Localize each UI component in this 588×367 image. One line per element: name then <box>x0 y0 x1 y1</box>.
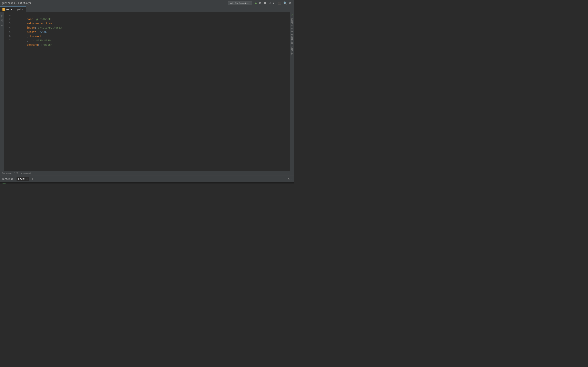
reload-button[interactable]: ⟳ <box>258 1 262 5</box>
code-line-7: command: ["bash"] <box>14 38 290 43</box>
right-panel: ✓ Remote Host Database SciView <box>290 12 294 171</box>
toolbar-icons: ▶ ⟳ ⏸ ↺ ▾ ⬛ 🔍 ⚙ <box>254 1 292 5</box>
terminal-settings-icon[interactable]: ⚙ <box>288 177 289 181</box>
tab-label: okteto.yml <box>6 8 21 11</box>
yaml-value-remote: 22000 <box>39 30 47 33</box>
yaml-key-autocreate: autocreate <box>27 22 43 25</box>
fold-icon-5[interactable]: ⌄ <box>27 35 30 38</box>
sciview-tab[interactable]: SciView <box>291 45 294 56</box>
code-line-6: ⌄ - 8080:8080 <box>14 34 290 38</box>
stop-square-button[interactable]: ⬛ <box>277 1 282 5</box>
fold-icon-6[interactable]: ⌄ <box>27 39 30 42</box>
yaml-value-image: okteto/python:3 <box>38 26 62 29</box>
terminal-settings: ⚙ − <box>288 177 292 181</box>
terminal-content: ✓ Persistent volume successfully attache… <box>0 182 294 184</box>
yaml-key-forward: forward <box>30 35 41 38</box>
tab-okteto-yml[interactable]: Y okteto.yml ✕ <box>0 6 26 12</box>
database-tab[interactable]: Database <box>291 33 294 45</box>
breadcrumb: guestbook › okteto.yml <box>2 2 33 4</box>
line-numbers: 1 2 3 4 5 6 7 <box>4 12 12 43</box>
run-button[interactable]: ▶ <box>254 1 258 5</box>
breadcrumb-bar: Document 1/1 › command: <box>0 171 294 176</box>
breadcrumb-file[interactable]: okteto.yml <box>18 2 33 4</box>
yaml-key-remote: remote <box>27 30 36 33</box>
left-sidebar: Project ⊟ <box>0 12 4 171</box>
search-button[interactable]: 🔍 <box>283 1 288 5</box>
dropdown-button[interactable]: ▾ <box>272 1 275 5</box>
remote-host-tab[interactable]: Remote Host <box>291 17 294 33</box>
title-bar-actions: Add Configuration... ▶ ⟳ ⏸ ↺ ▾ ⬛ 🔍 ⚙ <box>228 1 292 5</box>
yaml-bracket-close: ] <box>52 43 54 46</box>
terminal-add-tab-button[interactable]: + <box>31 177 34 181</box>
divider <box>276 1 276 5</box>
code-content: name: guestbook autocreate: true image: … <box>14 12 290 43</box>
add-configuration-button[interactable]: Add Configuration... <box>228 1 252 5</box>
breadcrumb-project[interactable]: guestbook <box>2 2 15 4</box>
code-line-5: ⌄ forward: <box>14 30 290 34</box>
terminal-minimize-icon[interactable]: − <box>291 177 292 181</box>
settings-button[interactable]: ⚙ <box>288 1 292 5</box>
terminal-label: Terminal: <box>2 178 15 180</box>
yaml-key-image: image <box>27 26 35 29</box>
editor-area: 1 2 3 4 5 6 7 name: guestbook autocreate… <box>4 12 290 171</box>
yaml-value-name: guestbook <box>36 17 51 21</box>
breadcrumb-separator: › <box>16 2 17 4</box>
yaml-key-name: name <box>27 17 33 21</box>
yaml-value-forward: 8080:8080 <box>36 39 51 42</box>
terminal-tabs: Terminal: Local ✕ + ⚙ − <box>0 176 294 182</box>
terminal-line-persistent: ✓ Persistent volume successfully attache… <box>2 183 292 184</box>
yaml-value-autocreate: true <box>46 22 52 25</box>
code-line-2: autocreate: true <box>14 17 290 21</box>
title-bar: guestbook › okteto.yml Add Configuration… <box>0 0 294 6</box>
sidebar-item-project[interactable]: Project <box>1 13 3 23</box>
yaml-value-command: "bash" <box>43 43 52 46</box>
yaml-dash-6: - <box>33 39 35 42</box>
success-badge-1: ✓ <box>2 183 6 184</box>
code-line-3: image: okteto/python:3 <box>14 21 290 25</box>
pause-button[interactable]: ⏸ <box>263 1 267 5</box>
breadcrumb-arrow: › <box>19 172 20 175</box>
yaml-key-command: command <box>27 43 38 46</box>
tab-file-icon: Y <box>2 8 5 11</box>
stop-button[interactable]: ↺ <box>268 1 272 5</box>
bottom-section: Terminal: Local ✕ + ⚙ − ✓ Persistent vol… <box>0 176 294 184</box>
main-layout: Project ⊟ 1 2 3 4 5 6 7 name: guestbook … <box>0 12 294 171</box>
tab-close-button[interactable]: ✕ <box>22 8 24 11</box>
breadcrumb-item: command: <box>21 172 32 175</box>
terminal-tab-local[interactable]: Local ✕ <box>17 177 29 181</box>
breadcrumb-doc: Document 1/1 <box>2 172 18 175</box>
terminal-tab-close-button[interactable]: ✕ <box>26 178 27 180</box>
terminal-tab-local-label: Local <box>18 178 26 180</box>
sync-check-icon: ✓ <box>290 12 294 17</box>
sidebar-icon-layers[interactable]: ⊟ <box>0 24 4 27</box>
editor-tabs: Y okteto.yml ✕ <box>0 6 294 12</box>
yaml-bracket-open: [ <box>41 43 43 46</box>
code-line-1: name: guestbook <box>14 13 290 17</box>
